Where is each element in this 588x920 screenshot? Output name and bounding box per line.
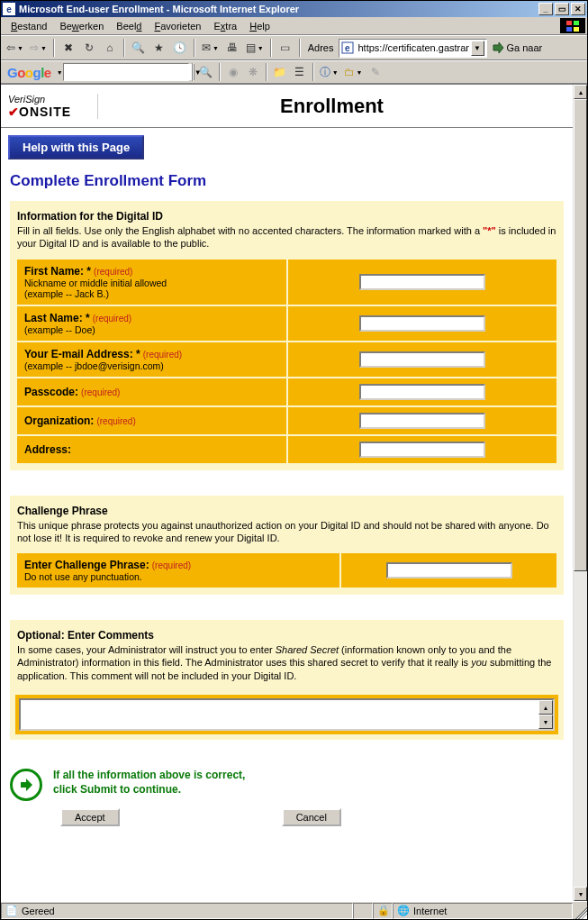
separator (192, 63, 194, 81)
titlebar: e Microsoft End-user Enrollment - Micros… (1, 1, 587, 17)
vertical-scrollbar[interactable]: ▴ ▾ (573, 85, 587, 901)
forward-button[interactable]: ⇨▼ (27, 38, 50, 58)
menu-beeld[interactable]: Beeld (110, 19, 148, 33)
svg-rect-1 (574, 21, 579, 25)
last-name-input[interactable] (359, 315, 485, 332)
challenge-table: Enter Challenge Phrase: (required) Do no… (15, 551, 558, 589)
page-status-icon: 📄 (5, 905, 18, 917)
menu-bewerken[interactable]: Bewerken (53, 19, 110, 33)
section-title: Challenge Phrase (15, 505, 558, 519)
windows-flag-icon (560, 18, 585, 33)
section-desc: In some cases, your Administrator will i… (15, 643, 558, 689)
checkmark-icon: ✔ (8, 105, 19, 119)
close-button[interactable]: ✕ (571, 3, 585, 15)
separator (123, 39, 125, 57)
passcode-input[interactable] (359, 384, 485, 400)
favorites-button[interactable]: ★ (149, 38, 169, 58)
google-search-input[interactable] (64, 64, 194, 80)
section-comments: Optional: Enter Comments In some cases, … (10, 620, 564, 740)
home-button[interactable]: ⌂ (100, 38, 120, 58)
status-text: Gereed (22, 906, 55, 916)
section-desc: This unique phrase protects you against … (15, 519, 558, 552)
section-desc: Fill in all fields. Use only the English… (15, 224, 558, 258)
comments-box: ▴ ▾ (15, 695, 558, 734)
mail-button[interactable]: ✉▼ (199, 38, 222, 58)
email-input[interactable] (359, 351, 485, 368)
ie-app-icon: e (3, 3, 15, 15)
resize-grip[interactable] (573, 903, 587, 919)
google-bookmark-button[interactable]: 📁 (270, 62, 290, 82)
print-button[interactable]: 🖶 (222, 38, 242, 58)
scroll-thumb[interactable] (574, 99, 587, 571)
accept-button[interactable]: Accept (60, 808, 120, 826)
section-digital-id: Information for the Digital ID Fill in a… (10, 201, 564, 470)
page-content: VeriSign ✔ONSITE Enrollment Help with th… (1, 85, 573, 901)
scroll-down-button[interactable]: ▾ (574, 887, 587, 901)
separator (194, 39, 195, 57)
google-search-box[interactable]: ▼ (63, 63, 189, 81)
page-icon: e (341, 41, 354, 54)
viewport: VeriSign ✔ONSITE Enrollment Help with th… (1, 84, 587, 901)
nav-toolbar: ⇦▼ ⇨▼ ✖ ↻ ⌂ 🔍 ★ 🕓 ✉▼ 🖶 ▤▼ ▭ Adres e ▼ Ga… (1, 35, 587, 60)
history-button[interactable]: 🕓 (170, 38, 190, 58)
google-info-button[interactable]: ⓘ▼ (317, 62, 341, 82)
comments-textarea[interactable] (21, 700, 538, 729)
arrow-right-icon (10, 769, 42, 801)
scroll-up-icon[interactable]: ▴ (538, 700, 553, 715)
address-dropdown[interactable]: ▼ (471, 41, 484, 56)
address-input-field[interactable] (359, 442, 485, 458)
menu-favorieten[interactable]: Favorieten (148, 19, 207, 33)
address-bar[interactable]: e ▼ (339, 39, 487, 58)
google-search-web-button[interactable]: 🔍 (196, 62, 216, 82)
comments-field[interactable]: ▴ ▾ (19, 698, 555, 731)
challenge-phrase-input[interactable] (386, 562, 512, 578)
google-blocked-button[interactable]: ❋ (243, 62, 263, 82)
status-progress (353, 903, 373, 919)
edit-button[interactable]: ▤▼ (243, 38, 267, 58)
organization-input[interactable] (359, 413, 485, 429)
google-autolink-button[interactable]: ☰ (290, 62, 310, 82)
scroll-down-icon[interactable]: ▾ (538, 715, 553, 729)
menu-help[interactable]: Help (243, 19, 276, 33)
minimize-button[interactable]: _ (538, 3, 553, 15)
google-toolbar: Google ▼ ▼ 🔍 ◉ ❋ 📁 ☰ ⓘ▼ 🗀▼ ✎ (1, 60, 587, 84)
verisign-logo: VeriSign ✔ONSITE (8, 94, 98, 119)
menu-extra[interactable]: Extra (207, 19, 243, 33)
form-title: Complete Enrollment Form (1, 167, 573, 201)
status-main: 📄 Gereed (1, 903, 353, 919)
field-row-passcode: Passcode: (required) (17, 378, 556, 405)
fields-table: First Name: * (required) Nickname or mid… (15, 258, 558, 465)
help-with-page-button[interactable]: Help with this Page (8, 135, 144, 159)
google-logo[interactable]: Google (4, 65, 55, 80)
discuss-button[interactable]: ▭ (276, 38, 295, 58)
cancel-button[interactable]: Cancel (282, 808, 341, 826)
back-button[interactable]: ⇦▼ (4, 38, 26, 58)
scroll-track[interactable] (574, 99, 587, 887)
internet-zone-icon: 🌐 (397, 905, 410, 917)
zone-text: Internet (413, 906, 447, 916)
menu-bestand[interactable]: Bestand (5, 19, 53, 33)
refresh-button[interactable]: ↻ (79, 38, 99, 58)
textarea-scrollbar[interactable]: ▴ ▾ (538, 700, 553, 729)
go-label: Ga naar (507, 42, 543, 53)
stop-button[interactable]: ✖ (59, 38, 78, 58)
maximize-button[interactable]: ▭ (555, 3, 569, 15)
button-row: Accept Cancel (1, 806, 573, 835)
scroll-up-button[interactable]: ▴ (574, 85, 587, 99)
field-row-email: Your E-mail Address: * (required) (examp… (17, 342, 556, 377)
page-header: VeriSign ✔ONSITE Enrollment (1, 85, 573, 128)
field-row-last-name: Last Name: * (required) (example -- Doe) (17, 306, 556, 341)
address-input[interactable] (357, 41, 471, 54)
google-folder-button[interactable]: 🗀▼ (341, 62, 366, 82)
svg-rect-2 (566, 27, 572, 32)
google-highlight-button[interactable]: ✎ (366, 62, 385, 82)
search-button[interactable]: 🔍 (129, 38, 149, 58)
submit-instructions: If all the information above is correct,… (53, 769, 245, 797)
go-button[interactable]: Ga naar (488, 41, 547, 54)
field-row-first-name: First Name: * (required) Nickname or mid… (17, 260, 556, 305)
first-name-input[interactable] (359, 274, 485, 290)
google-menu-dropdown[interactable]: ▼ (55, 69, 63, 76)
separator (299, 39, 301, 57)
field-row-organization: Organization: (required) (17, 407, 556, 434)
google-pagerank-button[interactable]: ◉ (223, 62, 243, 82)
